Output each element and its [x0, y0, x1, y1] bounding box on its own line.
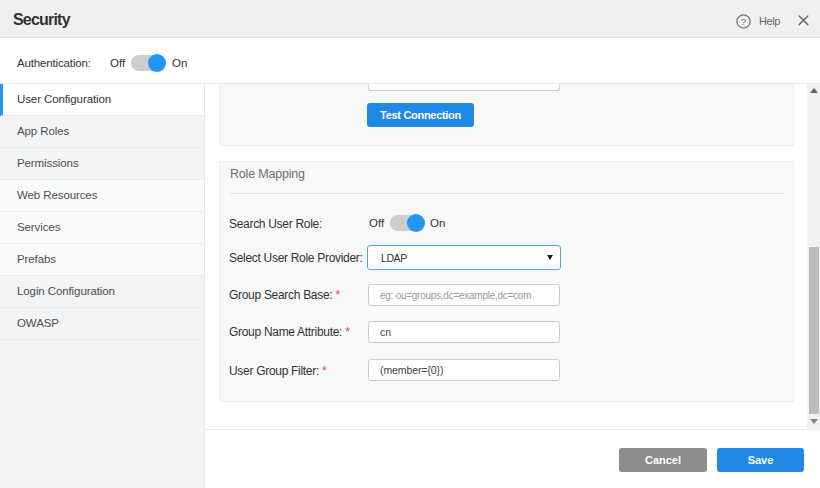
- svg-text:?: ?: [741, 16, 746, 27]
